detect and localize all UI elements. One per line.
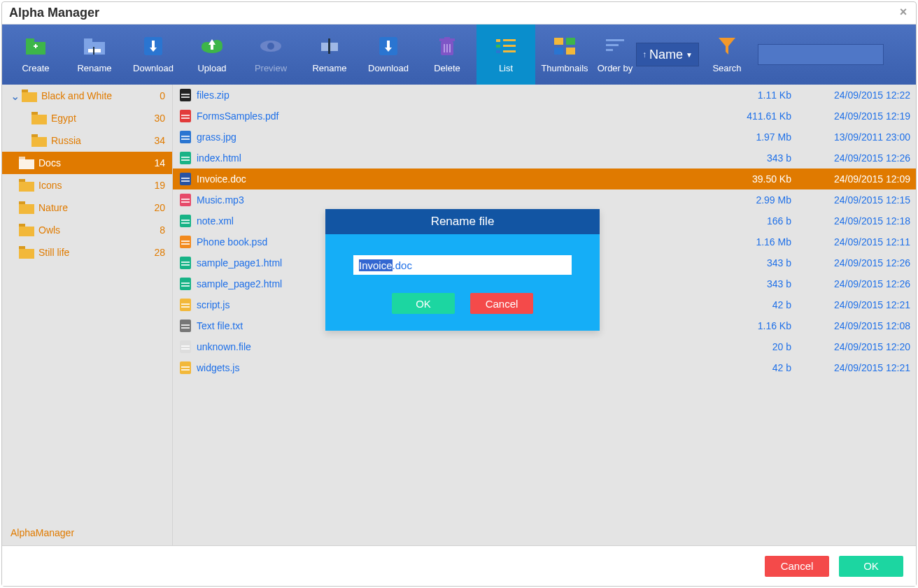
upload-label: Upload: [197, 63, 226, 73]
file-row[interactable]: FormsSamples.pdf 411.61 Kb 24/09/2015 12…: [173, 106, 916, 127]
svg-rect-27: [446, 44, 448, 52]
svg-rect-44: [22, 92, 37, 102]
chevron-down-icon: ⌄: [8, 89, 22, 103]
tree-count: 14: [154, 157, 165, 168]
svg-rect-3: [35, 44, 36, 48]
tree-count: 19: [154, 180, 165, 191]
orderby-button[interactable]: Order by: [594, 24, 636, 85]
file-row[interactable]: Music.mp3 2.99 Mb 24/09/2015 12:15: [173, 189, 916, 210]
svg-rect-63: [181, 115, 190, 116]
rename-dialog: Rename file OK Cancel: [325, 209, 600, 331]
file-size: 1.11 Kb: [707, 89, 791, 101]
orderby-dropdown[interactable]: ↑ Name ▼: [636, 43, 699, 66]
tree-label: Still life: [38, 247, 69, 258]
file-icon: [178, 319, 192, 333]
svg-rect-30: [496, 45, 500, 48]
dialog-cancel-button[interactable]: Cancel: [470, 293, 533, 314]
file-icon: [178, 277, 192, 291]
file-row[interactable]: widgets.js 42 b 24/09/2015 12:21: [173, 357, 916, 378]
brand-label: AlphaManager: [10, 527, 74, 538]
file-row[interactable]: grass.jpg 1.97 Mb 13/09/2011 23:00: [173, 127, 916, 148]
file-date: 24/09/2015 12:20: [791, 341, 910, 352]
file-row[interactable]: Invoice.doc 39.50 Kb 24/09/2015 12:09: [173, 168, 916, 189]
svg-rect-70: [181, 159, 190, 161]
tree-item-russia[interactable]: Russia 34: [2, 129, 172, 152]
file-date: 13/09/2011 23:00: [791, 131, 910, 143]
list-view-button[interactable]: List: [476, 24, 535, 85]
file-name: grass.jpg: [197, 131, 707, 143]
rename2-button[interactable]: Rename: [300, 24, 359, 85]
dialog-ok-button[interactable]: OK: [392, 293, 455, 314]
file-icon: [178, 235, 192, 249]
file-size: 411.61 Kb: [707, 110, 791, 122]
svg-rect-94: [181, 327, 190, 329]
rename2-icon: [320, 36, 339, 56]
tree-label: Nature: [38, 202, 68, 213]
window-title: Alpha Manager: [9, 6, 99, 20]
svg-rect-37: [554, 48, 563, 55]
file-row[interactable]: files.zip 1.11 Kb 24/09/2015 12:22: [173, 85, 916, 106]
svg-rect-9: [152, 41, 155, 48]
svg-rect-69: [181, 157, 190, 158]
file-date: 24/09/2015 12:09: [791, 173, 910, 185]
svg-rect-61: [181, 96, 190, 98]
tree-label: Icons: [38, 180, 62, 191]
create-button[interactable]: Create: [6, 24, 65, 85]
toolbar: Create Rename Download Upload Preview: [2, 24, 916, 85]
file-row[interactable]: unknown.file 20 b 24/09/2015 12:20: [173, 336, 916, 357]
tree-item-egypt[interactable]: Egypt 30: [2, 107, 172, 129]
file-icon: [178, 130, 192, 144]
svg-rect-38: [566, 48, 575, 55]
svg-rect-1: [26, 38, 34, 43]
download-button[interactable]: Download: [124, 24, 183, 85]
rename2-label: Rename: [312, 63, 346, 73]
file-size: 1.16 Kb: [707, 320, 791, 331]
svg-rect-48: [31, 137, 47, 147]
svg-rect-87: [181, 282, 190, 284]
file-name: Music.mp3: [197, 194, 707, 206]
file-size: 1.97 Mb: [707, 131, 791, 143]
tree-item-icons[interactable]: Icons 19: [2, 174, 172, 196]
svg-rect-76: [181, 201, 190, 203]
svg-rect-54: [19, 204, 34, 214]
tree-label: Black and White: [41, 90, 112, 101]
tree-count: 30: [154, 113, 165, 124]
sort-icon: [606, 36, 624, 56]
tree-count: 34: [154, 135, 165, 146]
svg-rect-25: [444, 37, 450, 39]
tree-item-still-life[interactable]: Still life 28: [2, 241, 172, 264]
file-row[interactable]: index.html 343 b 24/09/2015 12:26: [173, 148, 916, 168]
rename-input[interactable]: [353, 255, 572, 275]
svg-rect-66: [181, 136, 190, 137]
create-label: Create: [22, 63, 49, 73]
search-input[interactable]: [758, 44, 884, 65]
file-name: index.html: [197, 152, 707, 164]
close-icon[interactable]: ×: [896, 5, 910, 19]
svg-rect-97: [181, 348, 190, 350]
svg-rect-35: [554, 38, 563, 45]
svg-rect-91: [181, 306, 190, 308]
download2-button[interactable]: Download: [359, 24, 418, 85]
rename-button[interactable]: Rename: [65, 24, 124, 85]
footer-cancel-button[interactable]: Cancel: [765, 556, 829, 577]
delete-button[interactable]: Delete: [418, 24, 476, 85]
chevron-down-icon: ▼: [686, 51, 693, 59]
svg-rect-50: [19, 159, 34, 169]
file-size: 166 b: [707, 215, 791, 227]
preview-button[interactable]: Preview: [241, 24, 300, 85]
search-button[interactable]: Search: [706, 24, 748, 85]
svg-rect-60: [181, 94, 190, 95]
tree-item-docs[interactable]: Docs 14: [2, 152, 172, 174]
tree-item-nature[interactable]: Nature 20: [2, 196, 172, 219]
file-icon: [178, 298, 192, 312]
file-icon: [178, 214, 192, 228]
footer-ok-button[interactable]: OK: [839, 556, 903, 577]
thumbnails-button[interactable]: Thumbnails: [535, 24, 594, 85]
tree-item-owls[interactable]: Owls 8: [2, 219, 172, 241]
file-date: 24/09/2015 12:21: [791, 299, 910, 310]
tree-item-black-and-white[interactable]: ⌄ Black and White 0: [2, 85, 172, 107]
upload-button[interactable]: Upload: [183, 24, 241, 85]
file-date: 24/09/2015 12:26: [791, 278, 910, 289]
svg-rect-73: [181, 180, 190, 182]
search-label: Search: [712, 63, 741, 73]
